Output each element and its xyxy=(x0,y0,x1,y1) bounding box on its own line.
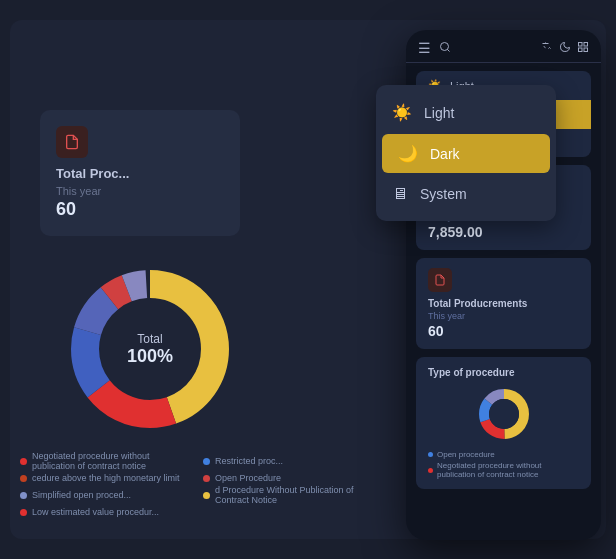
mobile-proc-card: Total Producrements This year 60 xyxy=(416,258,591,349)
legend-dot-2 xyxy=(203,458,210,465)
mobile-proc-title: Total Producrements xyxy=(428,298,579,309)
legend-item-6: d Procedure Without Publication of Contr… xyxy=(203,485,376,505)
legend-item-3: cedure above the high monetary limit xyxy=(20,473,193,483)
theme-dropdown: ☀️ Light 🌙 Dark 🖥 System xyxy=(376,85,556,221)
mobile-search-icon[interactable] xyxy=(439,40,451,56)
mobile-menu-icon[interactable]: ☰ xyxy=(418,40,431,56)
legend-dot-3 xyxy=(20,475,27,482)
mobile-legend-dot-1 xyxy=(428,452,433,457)
mobile-theme-icon[interactable] xyxy=(559,41,571,56)
legend-dot-4 xyxy=(203,475,210,482)
chart-legend: Negotiated procedure without publication… xyxy=(20,451,376,517)
document-icon xyxy=(56,126,88,158)
donut-chart: Total 100% xyxy=(60,259,240,439)
mobile-legend-2: Negotiated procedure without publication… xyxy=(428,461,579,479)
mobile-chart-legend: Open procedure Negotiated procedure with… xyxy=(428,450,579,479)
mobile-chart-card: Type of procedure Open procedure Negotia… xyxy=(416,357,591,489)
legend-item-1: Negotiated procedure without publication… xyxy=(20,451,193,471)
mobile-grid-icon[interactable] xyxy=(577,41,589,56)
mobile-toolbar-right xyxy=(541,41,589,56)
legend-dot-7 xyxy=(20,509,27,516)
legend-item-7: Low estimated value procedur... xyxy=(20,507,193,517)
donut-label: Total 100% xyxy=(127,332,173,367)
sun-icon: ☀️ xyxy=(392,103,412,122)
mobile-translate-icon[interactable] xyxy=(541,41,553,56)
mobile-toolbar-left: ☰ xyxy=(418,40,451,56)
svg-line-12 xyxy=(447,49,449,51)
theme-system-option[interactable]: 🖥 System xyxy=(376,175,556,213)
moon-icon: 🌙 xyxy=(398,144,418,163)
donut-chart-area: Total 100% xyxy=(60,259,260,459)
legend-dot-5 xyxy=(20,492,27,499)
mobile-toolbar: ☰ xyxy=(406,30,601,63)
mobile-stat-value: 7,859.00 xyxy=(428,224,579,240)
legend-dot-1 xyxy=(20,458,27,465)
legend-item-2: Restricted proc... xyxy=(203,451,376,471)
legend-item-5: Simplified open proced... xyxy=(20,485,193,505)
legend-item-4: Open Procedure xyxy=(203,473,376,483)
mobile-legend-1: Open procedure xyxy=(428,450,579,459)
mobile-proc-subtitle: This year xyxy=(428,311,579,321)
theme-dark-option[interactable]: 🌙 Dark xyxy=(382,134,550,173)
theme-light-option[interactable]: ☀️ Light xyxy=(376,93,556,132)
stat-card: Total Proc... This year 60 xyxy=(40,110,240,236)
svg-point-11 xyxy=(441,43,449,51)
svg-rect-14 xyxy=(584,42,588,46)
stat-value: 60 xyxy=(56,199,224,220)
svg-rect-16 xyxy=(584,48,588,52)
stats-area: Total Proc... This year 60 xyxy=(40,110,300,236)
svg-point-21 xyxy=(489,399,519,429)
legend-dot-6 xyxy=(203,492,210,499)
stat-subtitle: This year xyxy=(56,185,224,197)
mobile-chart-title: Type of procedure xyxy=(428,367,579,378)
monitor-icon: 🖥 xyxy=(392,185,408,203)
mobile-proc-value: 60 xyxy=(428,323,579,339)
stat-title: Total Proc... xyxy=(56,166,224,181)
svg-rect-13 xyxy=(579,42,583,46)
mobile-legend-dot-2 xyxy=(428,468,433,473)
mobile-doc-icon xyxy=(428,268,452,292)
mobile-donut-chart xyxy=(474,384,534,444)
svg-rect-15 xyxy=(579,48,583,52)
